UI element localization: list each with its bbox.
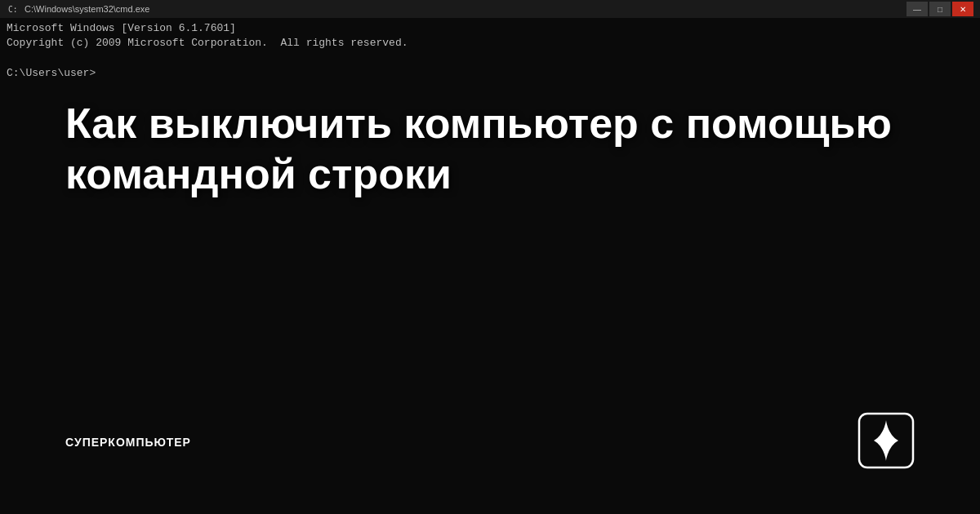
brand-label: СУПЕРКОМПЬЮТЕР (65, 436, 191, 449)
terminal-line-1: Microsoft Windows [Version 6.1.7601] (7, 21, 973, 36)
minimize-button[interactable]: — (906, 2, 928, 16)
overlay-heading: Как выключить компьютер с помощью команд… (65, 98, 915, 200)
star-logo (858, 412, 915, 469)
terminal-line-2: Copyright (c) 2009 Microsoft Corporation… (7, 36, 973, 51)
cmd-window: C: C:\Windows\system32\cmd.exe — □ ✕ Mic… (0, 0, 980, 514)
heading-text: Как выключить компьютер с помощью команд… (65, 100, 892, 197)
maximize-button[interactable]: □ (929, 2, 951, 16)
terminal-line-4: C:\Users\user> (7, 66, 973, 81)
svg-text:C:: C: (8, 5, 18, 14)
terminal-line-3 (7, 51, 973, 65)
terminal-content: Microsoft Windows [Version 6.1.7601] Cop… (0, 18, 980, 84)
close-button[interactable]: ✕ (952, 2, 973, 16)
title-bar: C: C:\Windows\system32\cmd.exe — □ ✕ (0, 0, 980, 18)
cmd-icon: C: (7, 2, 20, 16)
window-controls: — □ ✕ (906, 2, 973, 16)
window-title: C:\Windows\system32\cmd.exe (24, 4, 906, 14)
